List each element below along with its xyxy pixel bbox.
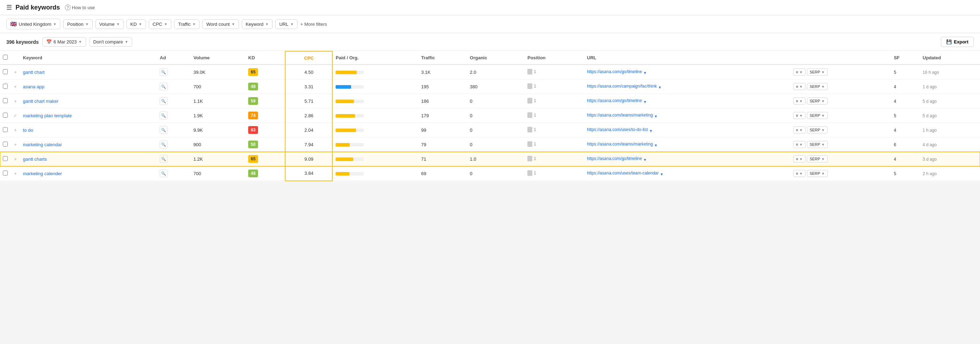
row-checkbox-cell[interactable] bbox=[0, 123, 11, 138]
keyword-link[interactable]: to do bbox=[23, 128, 33, 133]
add-icon[interactable]: + bbox=[14, 171, 17, 176]
url-filter[interactable]: URL ▼ bbox=[275, 19, 298, 29]
row-checkbox-cell[interactable] bbox=[0, 152, 11, 166]
add-icon[interactable]: + bbox=[14, 142, 17, 147]
volume-header[interactable]: Volume bbox=[191, 51, 246, 65]
row-add-cell[interactable]: + bbox=[11, 152, 20, 166]
row-checkbox-cell[interactable] bbox=[0, 80, 11, 94]
url-dropdown-icon[interactable]: ▼ bbox=[658, 85, 662, 90]
position-header[interactable]: Position bbox=[525, 51, 584, 65]
row-checkbox[interactable] bbox=[3, 98, 8, 103]
row-checkbox[interactable] bbox=[3, 142, 8, 147]
filter-icon-btn[interactable]: ≡ ▼ bbox=[793, 83, 805, 90]
url-link[interactable]: https://asana.com/campaign/fac/think bbox=[587, 84, 657, 89]
menu-icon[interactable]: ☰ bbox=[6, 3, 12, 11]
word-count-filter[interactable]: Word count ▼ bbox=[202, 19, 239, 29]
date-picker[interactable]: 📅 6 Mar 2023 ▼ bbox=[42, 37, 86, 46]
check-icon[interactable]: ✓ bbox=[13, 113, 17, 118]
keyword-link[interactable]: marketing plan template bbox=[23, 113, 72, 118]
kd-header[interactable]: KD bbox=[245, 51, 285, 65]
add-icon[interactable]: + bbox=[14, 70, 17, 75]
row-add-cell[interactable]: + bbox=[11, 138, 20, 152]
url-dropdown-icon[interactable]: ▼ bbox=[654, 143, 657, 147]
row-checkbox-cell[interactable] bbox=[0, 94, 11, 109]
serp-btn[interactable]: SERP ▼ bbox=[807, 155, 828, 162]
serp-btn[interactable]: SERP ▼ bbox=[807, 69, 828, 75]
serp-btn[interactable]: SERP ▼ bbox=[807, 98, 828, 104]
search-icon-btn[interactable]: 🔍 bbox=[160, 97, 167, 105]
keyword-link[interactable]: marketing calender bbox=[23, 171, 62, 176]
checkbox-header[interactable] bbox=[0, 51, 11, 65]
row-checkbox-cell[interactable] bbox=[0, 109, 11, 123]
sf-header[interactable]: SF bbox=[891, 51, 920, 65]
url-dropdown-icon[interactable]: ▼ bbox=[643, 71, 647, 75]
cpc-filter[interactable]: CPC ▼ bbox=[149, 19, 171, 29]
url-link[interactable]: https://asana.com/uses/team-calendar bbox=[587, 171, 659, 176]
row-checkbox[interactable] bbox=[3, 171, 8, 176]
search-icon-btn[interactable]: 🔍 bbox=[160, 170, 167, 177]
ad-header[interactable]: Ad bbox=[157, 51, 190, 65]
position-filter[interactable]: Position ▼ bbox=[63, 19, 92, 29]
url-link[interactable]: https://asana.com/go/timeline bbox=[587, 156, 642, 161]
add-icon[interactable]: + bbox=[14, 128, 17, 133]
traffic-header[interactable]: Traffic bbox=[418, 51, 467, 65]
row-checkbox[interactable] bbox=[3, 156, 8, 161]
more-filters-btn[interactable]: + More filters bbox=[300, 22, 327, 27]
add-icon[interactable]: + bbox=[14, 84, 17, 90]
volume-filter[interactable]: Volume ▼ bbox=[95, 19, 124, 29]
filter-icon-btn[interactable]: ≡ ▼ bbox=[793, 98, 805, 104]
traffic-filter[interactable]: Traffic ▼ bbox=[174, 19, 199, 29]
row-checkbox-cell[interactable] bbox=[0, 138, 11, 152]
filter-icon-btn[interactable]: ≡ ▼ bbox=[793, 126, 805, 133]
url-header[interactable]: URL bbox=[584, 51, 790, 65]
select-all-checkbox[interactable] bbox=[3, 55, 8, 60]
how-to-use-link[interactable]: ? How to use bbox=[65, 5, 95, 10]
filter-icon-btn[interactable]: ≡ ▼ bbox=[793, 141, 805, 148]
serp-btn[interactable]: SERP ▼ bbox=[807, 126, 828, 133]
filter-icon-btn[interactable]: ≡ ▼ bbox=[793, 170, 805, 177]
url-link[interactable]: https://asana.com/go/timeline bbox=[587, 69, 642, 74]
keyword-link[interactable]: gantt chart bbox=[23, 70, 45, 75]
row-checkbox[interactable] bbox=[3, 84, 8, 89]
search-icon-btn[interactable]: 🔍 bbox=[160, 155, 167, 163]
cpc-header[interactable]: CPC bbox=[285, 51, 332, 65]
row-add-cell[interactable]: + bbox=[11, 94, 20, 109]
url-dropdown-icon[interactable]: ▼ bbox=[649, 129, 652, 133]
paid-org-header[interactable]: Paid / Org. bbox=[332, 51, 418, 65]
serp-btn[interactable]: SERP ▼ bbox=[807, 141, 828, 148]
updated-header[interactable]: Updated bbox=[920, 51, 980, 65]
row-checkbox-cell[interactable] bbox=[0, 65, 11, 80]
serp-btn[interactable]: SERP ▼ bbox=[807, 112, 828, 119]
filter-icon-btn[interactable]: ≡ ▼ bbox=[793, 155, 805, 162]
row-add-cell[interactable]: + bbox=[11, 80, 20, 94]
keyword-link[interactable]: gantt chart maker bbox=[23, 99, 59, 104]
row-add-cell[interactable]: ✓ bbox=[11, 109, 20, 123]
row-checkbox[interactable] bbox=[3, 69, 8, 74]
organic-header[interactable]: Organic bbox=[467, 51, 525, 65]
export-button[interactable]: 💾 Export bbox=[941, 37, 974, 47]
url-dropdown-icon[interactable]: ▼ bbox=[643, 158, 647, 162]
url-link[interactable]: https://asana.com/teams/marketing bbox=[587, 113, 653, 118]
url-dropdown-icon[interactable]: ▼ bbox=[643, 100, 647, 104]
url-link[interactable]: https://asana.com/go/timeline bbox=[587, 98, 642, 103]
serp-btn[interactable]: SERP ▼ bbox=[807, 83, 828, 90]
url-link[interactable]: https://asana.com/teams/marketing bbox=[587, 142, 653, 147]
filter-icon-btn[interactable]: ≡ ▼ bbox=[793, 69, 805, 75]
keyword-header[interactable]: Keyword bbox=[20, 51, 157, 65]
add-icon[interactable]: + bbox=[14, 157, 17, 162]
search-icon-btn[interactable]: 🔍 bbox=[160, 141, 167, 148]
kd-filter[interactable]: KD ▼ bbox=[127, 19, 146, 29]
row-add-cell[interactable]: + bbox=[11, 65, 20, 80]
add-icon[interactable]: + bbox=[14, 99, 17, 104]
keyword-filter[interactable]: Keyword ▼ bbox=[242, 19, 272, 29]
url-dropdown-icon[interactable]: ▼ bbox=[660, 172, 663, 176]
keyword-link[interactable]: marketing calendar bbox=[23, 142, 62, 147]
url-dropdown-icon[interactable]: ▼ bbox=[654, 114, 657, 118]
keyword-link[interactable]: gantt charts bbox=[23, 157, 47, 162]
url-link[interactable]: https://asana.com/uses/to-do-list bbox=[587, 127, 648, 132]
search-icon-btn[interactable]: 🔍 bbox=[160, 83, 167, 90]
row-add-cell[interactable]: + bbox=[11, 123, 20, 138]
search-icon-btn[interactable]: 🔍 bbox=[160, 112, 167, 119]
search-icon-btn[interactable]: 🔍 bbox=[160, 126, 167, 134]
serp-btn[interactable]: SERP ▼ bbox=[807, 170, 828, 177]
